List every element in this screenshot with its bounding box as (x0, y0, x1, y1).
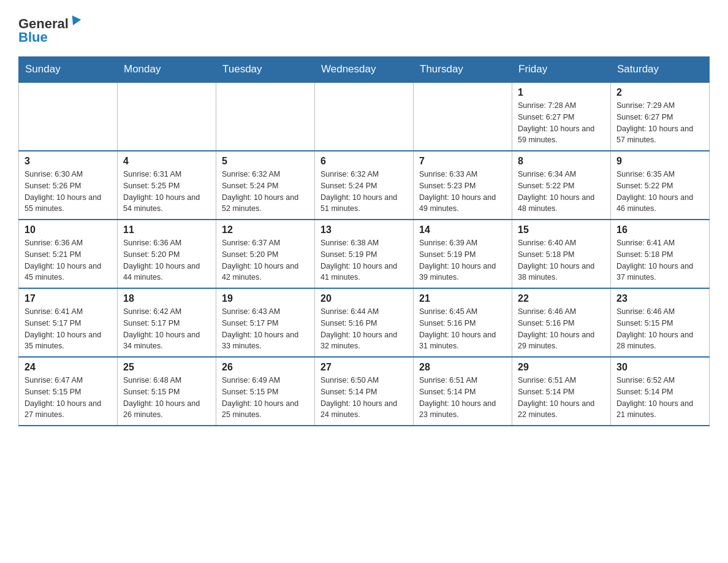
calendar-day-cell (19, 82, 118, 151)
day-number: 19 (222, 293, 309, 304)
calendar-day-cell: 9Sunrise: 6:35 AMSunset: 5:22 PMDaylight… (611, 151, 710, 220)
calendar-day-cell (216, 82, 315, 151)
day-info: Sunrise: 6:51 AMSunset: 5:14 PMDaylight:… (518, 375, 605, 421)
page-header: General Blue (18, 12, 710, 45)
day-number: 20 (320, 293, 408, 304)
day-info: Sunrise: 6:52 AMSunset: 5:14 PMDaylight:… (616, 375, 703, 421)
calendar-day-cell: 14Sunrise: 6:39 AMSunset: 5:19 PMDayligh… (414, 220, 512, 288)
calendar-day-cell: 23Sunrise: 6:46 AMSunset: 5:15 PMDayligh… (611, 288, 710, 357)
day-number: 1 (518, 87, 605, 98)
day-info: Sunrise: 6:50 AMSunset: 5:14 PMDaylight:… (320, 375, 408, 421)
day-info: Sunrise: 6:46 AMSunset: 5:16 PMDaylight:… (518, 306, 605, 352)
day-number: 8 (518, 156, 605, 167)
calendar-day-cell: 5Sunrise: 6:32 AMSunset: 5:24 PMDaylight… (216, 151, 315, 220)
calendar-day-cell: 25Sunrise: 6:48 AMSunset: 5:15 PMDayligh… (118, 357, 216, 426)
calendar-day-cell: 24Sunrise: 6:47 AMSunset: 5:15 PMDayligh… (19, 357, 118, 426)
logo: General Blue (18, 17, 80, 45)
day-info: Sunrise: 6:40 AMSunset: 5:18 PMDaylight:… (518, 237, 605, 283)
day-number: 26 (222, 362, 309, 373)
calendar-week-row: 1Sunrise: 7:28 AMSunset: 6:27 PMDaylight… (19, 82, 710, 151)
day-info: Sunrise: 6:33 AMSunset: 5:23 PMDaylight:… (419, 169, 506, 215)
day-number: 15 (518, 224, 605, 236)
day-info: Sunrise: 6:36 AMSunset: 5:20 PMDaylight:… (123, 237, 210, 283)
calendar-day-cell: 12Sunrise: 6:37 AMSunset: 5:20 PMDayligh… (216, 220, 315, 288)
day-number: 9 (616, 156, 703, 167)
calendar-day-cell: 13Sunrise: 6:38 AMSunset: 5:19 PMDayligh… (315, 220, 414, 288)
calendar-day-cell: 17Sunrise: 6:41 AMSunset: 5:17 PMDayligh… (19, 288, 118, 357)
day-info: Sunrise: 6:36 AMSunset: 5:21 PMDaylight:… (25, 237, 112, 283)
day-info: Sunrise: 6:30 AMSunset: 5:26 PMDaylight:… (25, 169, 112, 215)
calendar-day-cell: 28Sunrise: 6:51 AMSunset: 5:14 PMDayligh… (414, 357, 512, 426)
calendar-day-header: Monday (118, 57, 216, 83)
calendar-header-row: SundayMondayTuesdayWednesdayThursdayFrid… (19, 57, 710, 83)
day-number: 21 (419, 293, 506, 304)
calendar-week-row: 3Sunrise: 6:30 AMSunset: 5:26 PMDaylight… (19, 151, 710, 220)
day-number: 17 (25, 293, 112, 304)
day-number: 2 (616, 87, 703, 98)
day-number: 11 (123, 224, 210, 236)
calendar-day-cell: 29Sunrise: 6:51 AMSunset: 5:14 PMDayligh… (512, 357, 611, 426)
calendar-day-header: Tuesday (216, 57, 315, 83)
day-number: 12 (222, 224, 309, 236)
calendar-day-cell: 7Sunrise: 6:33 AMSunset: 5:23 PMDaylight… (414, 151, 512, 220)
day-number: 22 (518, 293, 605, 304)
day-info: Sunrise: 6:49 AMSunset: 5:15 PMDaylight:… (222, 375, 309, 421)
day-info: Sunrise: 7:28 AMSunset: 6:27 PMDaylight:… (518, 100, 605, 146)
day-info: Sunrise: 6:44 AMSunset: 5:16 PMDaylight:… (320, 306, 408, 352)
day-number: 27 (320, 362, 408, 373)
day-info: Sunrise: 6:41 AMSunset: 5:18 PMDaylight:… (616, 237, 703, 283)
day-number: 16 (616, 224, 703, 236)
calendar-day-cell: 1Sunrise: 7:28 AMSunset: 6:27 PMDaylight… (512, 82, 611, 151)
day-info: Sunrise: 6:46 AMSunset: 5:15 PMDaylight:… (616, 306, 703, 352)
day-info: Sunrise: 6:48 AMSunset: 5:15 PMDaylight:… (123, 375, 210, 421)
calendar-day-cell: 8Sunrise: 6:34 AMSunset: 5:22 PMDaylight… (512, 151, 611, 220)
calendar-week-row: 17Sunrise: 6:41 AMSunset: 5:17 PMDayligh… (19, 288, 710, 357)
day-info: Sunrise: 6:37 AMSunset: 5:20 PMDaylight:… (222, 237, 309, 283)
calendar-day-cell: 15Sunrise: 6:40 AMSunset: 5:18 PMDayligh… (512, 220, 611, 288)
day-number: 3 (25, 156, 112, 167)
calendar-day-cell: 16Sunrise: 6:41 AMSunset: 5:18 PMDayligh… (611, 220, 710, 288)
calendar-day-cell: 27Sunrise: 6:50 AMSunset: 5:14 PMDayligh… (315, 357, 414, 426)
calendar-day-cell (118, 82, 216, 151)
day-number: 24 (25, 362, 112, 373)
day-info: Sunrise: 6:34 AMSunset: 5:22 PMDaylight:… (518, 169, 605, 215)
day-number: 10 (25, 224, 112, 236)
day-info: Sunrise: 6:45 AMSunset: 5:16 PMDaylight:… (419, 306, 506, 352)
calendar-week-row: 24Sunrise: 6:47 AMSunset: 5:15 PMDayligh… (19, 357, 710, 426)
calendar-day-header: Saturday (611, 57, 710, 83)
day-info: Sunrise: 6:47 AMSunset: 5:15 PMDaylight:… (25, 375, 112, 421)
day-info: Sunrise: 6:31 AMSunset: 5:25 PMDaylight:… (123, 169, 210, 215)
day-number: 14 (419, 224, 506, 236)
day-number: 6 (320, 156, 408, 167)
calendar-day-header: Thursday (414, 57, 512, 83)
day-info: Sunrise: 6:41 AMSunset: 5:17 PMDaylight:… (25, 306, 112, 352)
calendar-day-cell (315, 82, 414, 151)
calendar-day-cell: 19Sunrise: 6:43 AMSunset: 5:17 PMDayligh… (216, 288, 315, 357)
day-info: Sunrise: 6:39 AMSunset: 5:19 PMDaylight:… (419, 237, 506, 283)
day-number: 29 (518, 362, 605, 373)
day-info: Sunrise: 6:32 AMSunset: 5:24 PMDaylight:… (222, 169, 309, 215)
day-info: Sunrise: 6:35 AMSunset: 5:22 PMDaylight:… (616, 169, 703, 215)
day-number: 25 (123, 362, 210, 373)
calendar-day-cell: 4Sunrise: 6:31 AMSunset: 5:25 PMDaylight… (118, 151, 216, 220)
logo-blue: Blue (18, 29, 48, 45)
calendar-day-cell: 3Sunrise: 6:30 AMSunset: 5:26 PMDaylight… (19, 151, 118, 220)
calendar-day-header: Friday (512, 57, 611, 83)
day-number: 5 (222, 156, 309, 167)
day-number: 18 (123, 293, 210, 304)
calendar-day-cell: 20Sunrise: 6:44 AMSunset: 5:16 PMDayligh… (315, 288, 414, 357)
calendar-week-row: 10Sunrise: 6:36 AMSunset: 5:21 PMDayligh… (19, 220, 710, 288)
day-number: 23 (616, 293, 703, 304)
calendar-table: SundayMondayTuesdayWednesdayThursdayFrid… (18, 56, 710, 426)
logo-general: General (18, 17, 69, 31)
calendar-day-cell: 21Sunrise: 6:45 AMSunset: 5:16 PMDayligh… (414, 288, 512, 357)
day-number: 30 (616, 362, 703, 373)
calendar-day-cell: 26Sunrise: 6:49 AMSunset: 5:15 PMDayligh… (216, 357, 315, 426)
day-info: Sunrise: 6:38 AMSunset: 5:19 PMDaylight:… (320, 237, 408, 283)
day-info: Sunrise: 7:29 AMSunset: 6:27 PMDaylight:… (616, 100, 703, 146)
calendar-day-cell: 30Sunrise: 6:52 AMSunset: 5:14 PMDayligh… (611, 357, 710, 426)
day-info: Sunrise: 6:43 AMSunset: 5:17 PMDaylight:… (222, 306, 309, 352)
day-number: 7 (419, 156, 506, 167)
calendar-day-cell (414, 82, 512, 151)
calendar-day-cell: 11Sunrise: 6:36 AMSunset: 5:20 PMDayligh… (118, 220, 216, 288)
